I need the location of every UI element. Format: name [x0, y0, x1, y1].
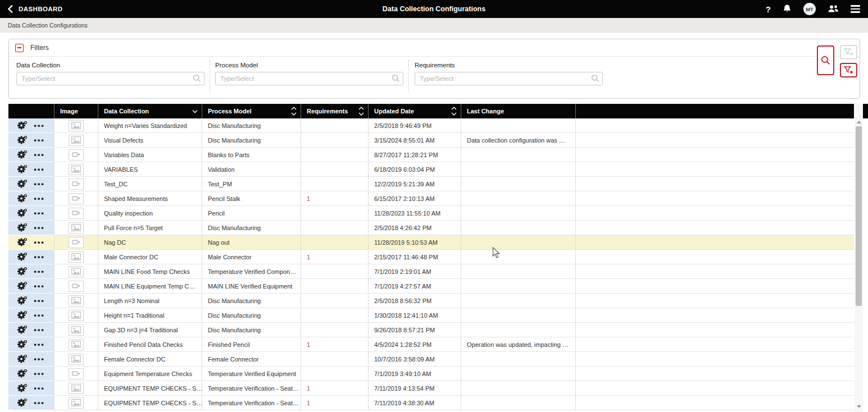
cell-requirements[interactable]: 1 [301, 337, 369, 352]
cell-process-model[interactable]: Temperature Verified Equipment [202, 367, 301, 381]
row-menu-ellipsis-icon[interactable]: ••• [34, 386, 45, 391]
row-menu-ellipsis-icon[interactable]: ••• [34, 225, 45, 231]
cell-process-model[interactable]: Disc Manufacturing [202, 221, 301, 235]
row-menu-ellipsis-icon[interactable]: ••• [34, 152, 45, 158]
cell-data-collection[interactable]: Male Connector DC [98, 250, 202, 264]
cell-last-change[interactable]: Data collection configuration was … [461, 133, 576, 148]
cell-data-collection[interactable]: Female Connector DC [98, 352, 202, 367]
row-settings-gear-icon[interactable] [17, 209, 27, 217]
cell-last-change[interactable] [461, 148, 576, 162]
cell-updated-date[interactable]: 11/28/2019 5:10:53 AM [369, 235, 461, 250]
thumbnail-box[interactable] [69, 339, 84, 350]
row-menu-ellipsis-icon[interactable]: ••• [34, 283, 45, 289]
cell-updated-date[interactable]: 2/5/2018 8:56:32 PM [369, 294, 461, 308]
cell-updated-date[interactable]: 7/1/2019 3:49:10 AM [369, 367, 461, 381]
thumbnail-box[interactable] [69, 178, 84, 190]
row-menu-ellipsis-icon[interactable]: ••• [34, 123, 45, 129]
cell-last-change[interactable] [461, 177, 576, 191]
cell-data-collection[interactable]: Equipment Temperature Checks [98, 367, 202, 381]
thumbnail-box[interactable] [69, 208, 84, 219]
process-model-filter-input[interactable] [215, 72, 403, 85]
cell-updated-date[interactable]: 7/11/2019 4:38:30 AM [369, 396, 461, 410]
row-menu-ellipsis-icon[interactable]: ••• [34, 298, 45, 304]
row-settings-gear-icon[interactable] [17, 253, 27, 261]
sort-both-icon[interactable] [358, 107, 364, 116]
table-row[interactable]: ••• Height n=1 Traditional Disc Manufact… [8, 308, 854, 323]
thumbnail-box[interactable] [69, 281, 84, 292]
thumbnail-box[interactable] [69, 310, 84, 321]
notifications-bell-icon[interactable] [783, 4, 792, 14]
table-row[interactable]: ••• Shaped Measurements Pencil Stalk 1 6… [8, 191, 854, 206]
thumbnail-box[interactable] [69, 237, 84, 248]
cell-requirements[interactable] [301, 352, 369, 367]
table-row[interactable]: ••• Finished Pencil Data Checks Finished… [8, 337, 854, 352]
column-header-data-collection[interactable]: Data Collection [98, 104, 202, 118]
cell-data-collection[interactable]: Visual Defects [98, 133, 202, 148]
filter-settings-button[interactable] [840, 63, 857, 77]
row-settings-gear-icon[interactable] [17, 326, 27, 334]
row-settings-gear-icon[interactable] [17, 355, 27, 363]
cell-process-model[interactable]: Disc Manufacturing [202, 323, 301, 337]
row-menu-ellipsis-icon[interactable]: ••• [34, 400, 45, 406]
sort-desc-icon[interactable] [192, 109, 198, 113]
row-settings-gear-icon[interactable] [17, 340, 27, 349]
cell-data-collection[interactable]: Quality inspection [98, 206, 202, 221]
cell-process-model[interactable]: Temperature Verified Compon… [202, 264, 301, 279]
table-row[interactable]: ••• EQUIPMENT TEMP CHECKS - S… Temperatu… [8, 396, 854, 410]
row-menu-ellipsis-icon[interactable]: ••• [34, 342, 45, 347]
cell-requirements[interactable] [301, 148, 369, 162]
row-menu-ellipsis-icon[interactable]: ••• [34, 269, 45, 274]
table-row[interactable]: ••• MAIN LINE Food Temp Checks Temperatu… [8, 264, 854, 279]
cell-requirements[interactable] [301, 177, 369, 191]
table-row[interactable]: ••• Visual Defects Disc Manufacturing 3/… [8, 133, 854, 148]
table-row[interactable]: ••• Test_DC Test_PM 12/2/2019 5:21:39 AM [8, 177, 854, 191]
cell-process-model[interactable]: Blanks to Parts [202, 148, 301, 162]
row-menu-ellipsis-icon[interactable]: ••• [34, 196, 45, 202]
cell-data-collection[interactable]: Finished Pencil Data Checks [98, 337, 202, 352]
cell-data-collection[interactable]: EQUIPMENT TEMP CHECKS - S… [98, 396, 202, 410]
row-settings-gear-icon[interactable] [17, 165, 27, 173]
cell-process-model[interactable]: Finished Pencil [202, 337, 301, 352]
thumbnail-box[interactable] [69, 368, 84, 379]
column-header-last-change[interactable]: Last Change [461, 104, 576, 118]
row-menu-ellipsis-icon[interactable]: ••• [34, 181, 45, 187]
cell-last-change[interactable] [461, 118, 576, 133]
data-collection-filter-input[interactable] [16, 72, 204, 85]
cell-data-collection[interactable]: Test_DC [98, 177, 202, 191]
cell-requirements[interactable]: 1 [301, 250, 369, 264]
cell-requirements[interactable] [301, 264, 369, 279]
cell-process-model[interactable]: Male Connector [202, 250, 301, 264]
cell-last-change[interactable] [461, 162, 576, 177]
apply-search-button[interactable] [817, 45, 834, 75]
table-row[interactable]: ••• EQUIPMENT TEMP CHECKS - S… Temperatu… [8, 381, 854, 396]
row-settings-gear-icon[interactable] [17, 180, 27, 188]
table-row[interactable]: ••• Nag DC Nag out 11/28/2019 5:10:53 AM [8, 235, 854, 250]
row-settings-gear-icon[interactable] [17, 136, 27, 144]
row-settings-gear-icon[interactable] [17, 223, 27, 232]
column-header-updated-date[interactable]: Updated Date [369, 104, 461, 118]
cell-requirements[interactable] [301, 323, 369, 337]
cell-data-collection[interactable]: MAIN LINE Equipment Temp C… [98, 279, 202, 294]
cell-process-model[interactable]: Temperature Verification - Seat… [202, 381, 301, 396]
cell-last-change[interactable] [461, 264, 576, 279]
cell-last-change[interactable] [461, 206, 576, 221]
cell-data-collection[interactable]: EQUIPMENT TEMP CHECKS - S… [98, 381, 202, 396]
row-menu-ellipsis-icon[interactable]: ••• [34, 356, 45, 362]
scrollbar-thumb[interactable] [856, 126, 862, 306]
cell-process-model[interactable]: Pencil Stalk [202, 191, 301, 206]
cell-data-collection[interactable]: Weight n=Varies Standardized [98, 118, 202, 133]
cell-process-model[interactable]: Pencil [202, 206, 301, 221]
row-settings-gear-icon[interactable] [17, 311, 27, 319]
cell-updated-date[interactable]: 9/26/2018 8:57:21 PM [369, 323, 461, 337]
cell-process-model[interactable]: Disc Manufacturing [202, 118, 301, 133]
cell-process-model[interactable]: Nag out [202, 235, 301, 250]
cell-updated-date[interactable]: 7/11/2019 4:13:54 PM [369, 381, 461, 396]
cell-last-change[interactable] [461, 235, 576, 250]
row-menu-ellipsis-icon[interactable]: ••• [34, 313, 45, 318]
row-settings-gear-icon[interactable] [17, 296, 27, 305]
cell-data-collection[interactable]: Variables Data [98, 148, 202, 162]
table-row[interactable]: ••• Female Connector DC Female Connector… [8, 352, 854, 367]
thumbnail-box[interactable] [69, 251, 84, 263]
cell-requirements[interactable] [301, 118, 369, 133]
cell-updated-date[interactable]: 10/7/2016 3:58:09 AM [369, 352, 461, 367]
